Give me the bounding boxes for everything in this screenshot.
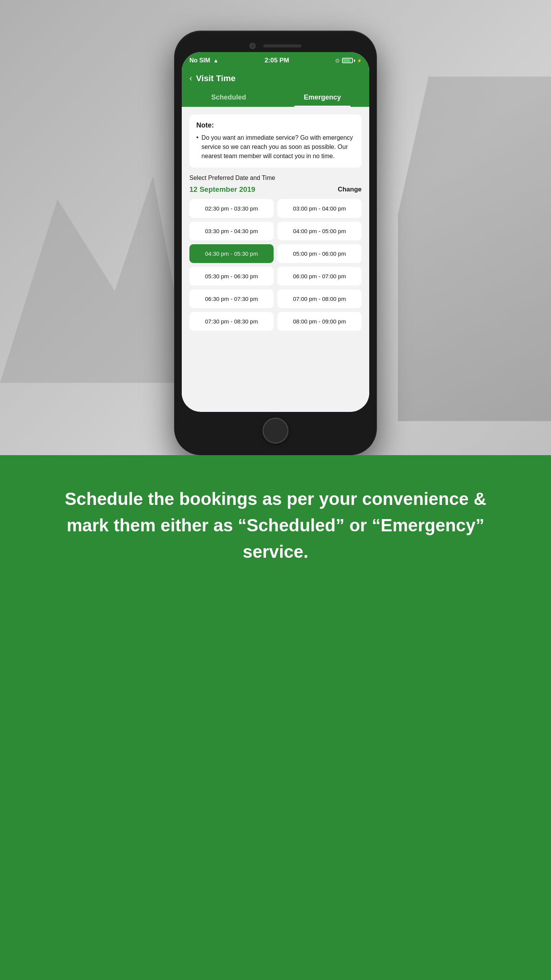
time-slot-12[interactable]: 08:00 pm - 09:00 pm <box>277 312 362 331</box>
time-slot-11[interactable]: 07:30 pm - 08:30 pm <box>189 312 274 331</box>
time-slot-4[interactable]: 04:00 pm - 05:00 pm <box>277 222 362 240</box>
phone-screen: No SIM ▲ 2:05 PM ⊙ ⚡ ‹ <box>182 52 369 412</box>
date-section-label: Select Preferred Date and Time <box>189 175 362 181</box>
time-slot-5[interactable]: 04:30 pm - 05:30 pm <box>189 244 274 263</box>
time-slots-grid: 02:30 pm - 03:30 pm 03:00 pm - 04:00 pm … <box>189 199 362 331</box>
battery-body <box>342 58 353 63</box>
tab-scheduled[interactable]: Scheduled <box>182 88 276 107</box>
selected-date: 12 September 2019 <box>189 185 255 194</box>
phone-wrapper: No SIM ▲ 2:05 PM ⊙ ⚡ ‹ <box>174 31 377 455</box>
time-slot-1[interactable]: 02:30 pm - 03:30 pm <box>189 199 274 218</box>
wifi-icon: ▲ <box>213 57 218 64</box>
carrier-label: No SIM <box>189 57 210 64</box>
time-slot-10[interactable]: 07:00 pm - 08:00 pm <box>277 289 362 308</box>
screen-content: Note: • Do you want an immediate service… <box>182 107 369 410</box>
battery-tip <box>354 59 355 62</box>
tab-emergency[interactable]: Emergency <box>276 88 369 107</box>
note-body: Do you want an immediate service? Go wit… <box>202 133 355 161</box>
back-arrow-icon[interactable]: ‹ <box>189 74 192 83</box>
phone-speaker <box>263 44 302 47</box>
battery-bolt-icon: ⚡ <box>357 59 362 63</box>
phone-top-bar <box>182 38 369 52</box>
note-title: Note: <box>196 121 355 129</box>
page-title: Visit Time <box>196 74 235 83</box>
note-bullet: • Do you want an immediate service? Go w… <box>196 133 355 161</box>
phone-shell: No SIM ▲ 2:05 PM ⊙ ⚡ ‹ <box>174 31 377 455</box>
time-slot-3[interactable]: 03:30 pm - 04:30 pm <box>189 222 274 240</box>
change-date-button[interactable]: Change <box>338 186 362 193</box>
time-slot-8[interactable]: 06:00 pm - 07:00 pm <box>277 267 362 286</box>
time-slot-2[interactable]: 03:00 pm - 04:00 pm <box>277 199 362 218</box>
time-slot-7[interactable]: 05:30 pm - 06:30 pm <box>189 267 274 286</box>
date-row: 12 September 2019 Change <box>189 185 362 194</box>
time-slot-9[interactable]: 06:30 pm - 07:30 pm <box>189 289 274 308</box>
battery-fill <box>343 59 350 62</box>
status-bar: No SIM ▲ 2:05 PM ⊙ ⚡ <box>182 52 369 69</box>
note-section: Note: • Do you want an immediate service… <box>189 114 362 168</box>
background-truck <box>398 77 551 421</box>
time-slot-6[interactable]: 05:00 pm - 06:00 pm <box>277 244 362 263</box>
status-left: No SIM ▲ <box>189 57 218 64</box>
status-time: 2:05 PM <box>264 57 289 64</box>
tab-bar: Scheduled Emergency <box>182 88 369 107</box>
nav-bar: ‹ Visit Time <box>182 69 369 88</box>
battery-container: ⚡ <box>342 58 362 63</box>
date-section: Select Preferred Date and Time 12 Septem… <box>189 175 362 194</box>
phone-camera <box>249 43 256 49</box>
bullet-dot: • <box>196 134 199 141</box>
phone-bottom <box>182 412 369 448</box>
location-icon: ⊙ <box>335 57 340 64</box>
bottom-section: Schedule the bookings as per your conven… <box>0 455 551 980</box>
bottom-caption: Schedule the bookings as per your conven… <box>46 486 505 565</box>
home-button[interactable] <box>262 418 289 444</box>
status-right: ⊙ ⚡ <box>335 57 362 64</box>
